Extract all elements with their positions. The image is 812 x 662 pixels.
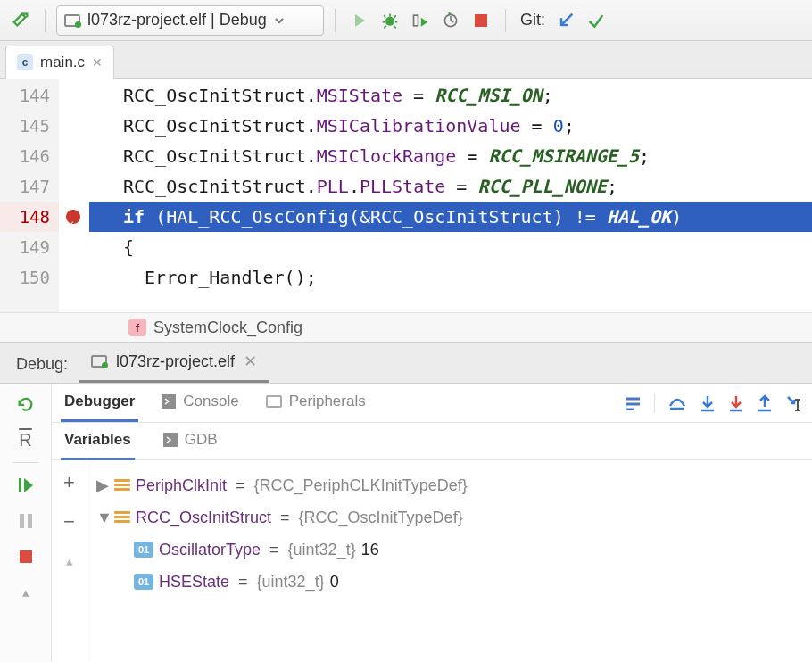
variable-row[interactable]: ▼ RCC_OscInitStruct = {RCC_OscInitTypeDe…	[93, 501, 807, 534]
variable-name: PeriphClkInit	[136, 476, 227, 495]
git-update-button[interactable]	[552, 7, 579, 34]
collapse-up-icon[interactable]: ▴	[11, 577, 41, 608]
run-button[interactable]	[346, 7, 373, 34]
tab-debugger-label: Debugger	[64, 393, 135, 410]
resume-button[interactable]	[11, 470, 41, 501]
tab-gdb-label: GDB	[185, 431, 218, 449]
step-into-button[interactable]	[700, 394, 716, 412]
debug-top-tabs: Debugger Console Peripherals	[52, 384, 812, 423]
breadcrumb[interactable]: f SystemClock_Config	[0, 312, 812, 343]
breadcrumb-label: SystemClock_Config	[153, 319, 302, 337]
build-hammer-button[interactable]	[7, 7, 34, 34]
debug-main: Debugger Console Peripherals	[52, 384, 812, 662]
line-number[interactable]: 149	[0, 232, 59, 262]
code-line[interactable]: Error_Handler();	[89, 262, 812, 293]
code-line[interactable]: RCC_OscInitStruct.MSIState = RCC_MSI_ON;	[89, 80, 812, 111]
stop-debug-button[interactable]	[11, 542, 41, 572]
tab-variables[interactable]: Variables	[61, 422, 135, 460]
code-line[interactable]: {	[89, 232, 812, 262]
code-line[interactable]: RCC_OscInitStruct.PLL.PLLState = RCC_PLL…	[89, 171, 812, 202]
variable-type: {uint32_t}	[288, 541, 356, 559]
variable-value: 0	[330, 573, 339, 592]
threads-icon[interactable]	[624, 396, 642, 410]
chip-icon	[91, 355, 107, 368]
pause-button[interactable]	[11, 506, 41, 536]
code-line[interactable]: RCC_OscInitStruct.MSIClockRange = RCC_MS…	[89, 141, 812, 171]
variable-row[interactable]: 01 HSEState = {uint32_t} 0	[93, 566, 807, 598]
debug-session-tab[interactable]: l073rz-project.elf ✕	[79, 343, 269, 383]
svg-rect-6	[28, 514, 32, 528]
step-out-button[interactable]	[757, 394, 773, 412]
variable-type: {RCC_PeriphCLKInitTypeDef}	[254, 476, 468, 495]
variable-value: 16	[361, 541, 379, 559]
svg-rect-5	[20, 514, 24, 528]
git-commit-button[interactable]	[583, 7, 609, 34]
close-icon[interactable]: ✕	[244, 352, 257, 371]
chip-icon	[266, 395, 282, 408]
tab-variables-label: Variables	[64, 431, 131, 449]
code-body[interactable]: RCC_OscInitStruct.MSIState = RCC_MSI_ON;…	[89, 79, 812, 312]
separator	[45, 9, 46, 32]
tab-peripherals-label: Peripherals	[289, 393, 366, 410]
editor-tab-label: main.c	[40, 54, 85, 71]
debug-session-label: l073rz-project.elf	[116, 352, 235, 371]
code-line[interactable]: RCC_OscInitStruct.MSICalibrationValue = …	[89, 111, 812, 141]
variable-type: {RCC_OscInitTypeDef}	[299, 509, 463, 527]
line-number[interactable]: 150	[0, 262, 59, 293]
variable-row[interactable]: 01 OscillatorType = {uint32_t} 16	[93, 534, 807, 566]
run-config-selector[interactable]: l073rz-project.elf | Debug	[56, 5, 324, 36]
code-line[interactable]: if (HAL_RCC_OscConfig(&RCC_OscInitStruct…	[89, 202, 812, 232]
expand-arrow-icon[interactable]: ▼	[96, 509, 109, 527]
line-number[interactable]: 147	[0, 171, 59, 202]
variables-tree[interactable]: ▶ PeriphClkInit = {RCC_PeriphCLKInitType…	[87, 460, 812, 662]
debug-panel-title: Debug:	[5, 346, 79, 383]
line-number[interactable]: 148	[0, 202, 59, 232]
line-number[interactable]: 146	[0, 141, 59, 171]
variable-type: {uint32_t}	[257, 573, 325, 592]
primitive-icon: 01	[134, 574, 153, 590]
svg-rect-1	[414, 15, 418, 26]
tab-debugger[interactable]: Debugger	[61, 384, 138, 422]
debug-panel: R ▴ Debugger Console Peripherals	[0, 384, 812, 662]
variable-name: RCC_OscInitStruct	[136, 509, 271, 527]
add-watch-button[interactable]: +	[54, 468, 85, 498]
struct-icon	[114, 479, 130, 492]
move-up-icon[interactable]: ▴	[54, 546, 85, 576]
main-toolbar: l073rz-project.elf | Debug Git:	[0, 0, 812, 41]
editor-tab-main-c[interactable]: c main.c ✕	[5, 46, 114, 79]
variable-name: HSEState	[159, 573, 229, 592]
variable-row[interactable]: ▶ PeriphClkInit = {RCC_PeriphCLKInitType…	[93, 469, 807, 501]
svg-rect-7	[20, 550, 32, 563]
remove-watch-button[interactable]: −	[54, 507, 85, 537]
run-coverage-button[interactable]	[407, 7, 434, 34]
primitive-icon: 01	[134, 542, 153, 558]
line-gutter: 144145146147148149150	[0, 79, 59, 312]
close-icon[interactable]: ✕	[92, 55, 103, 70]
line-number[interactable]: 145	[0, 111, 59, 141]
debug-sidebar: R ▴	[0, 384, 52, 662]
svg-point-0	[385, 16, 394, 25]
run-to-cursor-button[interactable]	[785, 394, 803, 412]
chevron-down-icon	[274, 15, 285, 26]
profile-button[interactable]	[437, 7, 464, 34]
tab-peripherals[interactable]: Peripherals	[262, 384, 369, 422]
expand-arrow-icon[interactable]: ▶	[96, 476, 109, 495]
function-icon: f	[128, 319, 146, 336]
git-label: Git:	[520, 11, 545, 29]
code-editor[interactable]: 144145146147148149150 RCC_OscInitStruct.…	[0, 79, 812, 312]
rerun-button[interactable]	[11, 389, 41, 419]
struct-icon	[114, 511, 130, 524]
debug-button[interactable]	[377, 7, 403, 34]
force-step-into-button[interactable]	[728, 394, 744, 412]
breakpoint-icon[interactable]	[66, 210, 80, 224]
tab-console[interactable]: Console	[158, 384, 242, 422]
step-over-button[interactable]	[667, 395, 687, 411]
reset-r-button[interactable]: R	[11, 425, 41, 455]
separator	[505, 9, 506, 32]
line-number[interactable]: 144	[0, 80, 59, 111]
stop-button[interactable]	[468, 7, 494, 34]
variables-area: + − ▴ ▶ PeriphClkInit = {RCC_PeriphCLKIn…	[52, 460, 812, 662]
chip-icon	[64, 14, 80, 27]
tab-gdb[interactable]: GDB	[160, 422, 221, 460]
variables-side-toolbar: + − ▴	[52, 460, 87, 662]
